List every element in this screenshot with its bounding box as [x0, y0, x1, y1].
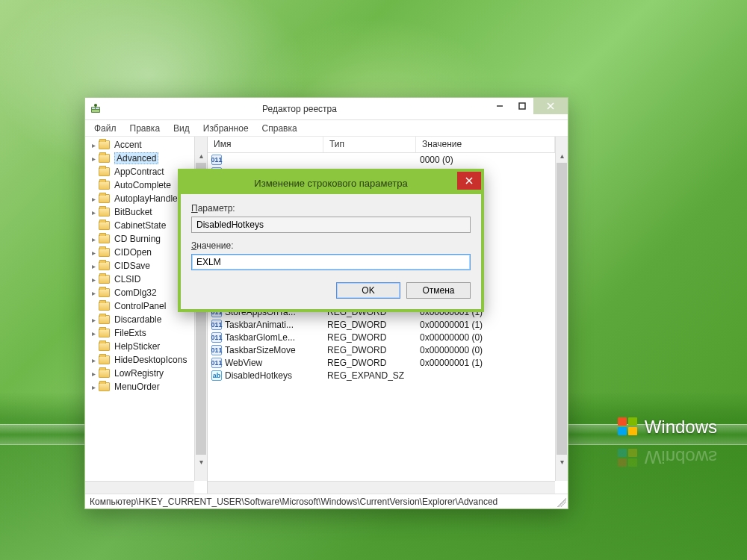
row-name: WebView — [225, 358, 262, 368]
registry-value-icon: ab — [211, 370, 222, 381]
row-type: REG_DWORD — [323, 332, 416, 343]
tree-item-label: CD Burning — [114, 234, 161, 244]
row-value: 0x00000001 (1) — [416, 320, 555, 330]
expand-caret-icon[interactable]: ▸ — [90, 249, 97, 257]
param-label: Параметр: — [191, 203, 471, 214]
tree-item-label: ComDlg32 — [114, 287, 157, 298]
tree-item-label: HelpSticker — [114, 341, 160, 352]
table-row[interactable]: 011TaskbarAnimati...REG_DWORD0x00000001 … — [208, 318, 555, 331]
folder-icon — [99, 369, 110, 378]
maximize-button[interactable] — [511, 98, 533, 114]
tree-item[interactable]: ▸LowRegistry — [85, 367, 194, 380]
folder-icon — [99, 140, 110, 149]
close-button[interactable] — [533, 98, 568, 114]
expand-caret-icon[interactable]: ▸ — [90, 316, 97, 324]
table-row[interactable]: 011WebViewREG_DWORD0x00000001 (1) — [208, 356, 555, 369]
expand-caret-icon[interactable]: ▸ — [90, 276, 97, 284]
expand-caret-icon[interactable]: ▸ — [90, 356, 97, 364]
row-value: 0x00000000 (0) — [416, 332, 555, 343]
row-value: 0000 (0) — [416, 155, 555, 165]
scroll-down-icon[interactable]: ▾ — [556, 455, 568, 468]
folder-icon — [99, 275, 110, 284]
row-name: TaskbarAnimati... — [225, 320, 294, 330]
tree-item-label: LowRegistry — [114, 368, 164, 379]
tree-item[interactable]: ▸MenuOrder — [85, 380, 194, 393]
windows-brand-reflection: Windows — [618, 447, 717, 467]
titlebar[interactable]: Редактор реестра — [85, 98, 568, 120]
tree-item[interactable]: ▸FileExts — [85, 326, 194, 340]
menu-file[interactable]: Файл — [88, 122, 123, 135]
table-row[interactable]: 011TaskbarSizeMoveREG_DWORD0x00000000 (0… — [208, 343, 555, 356]
svg-point-4 — [94, 104, 97, 107]
col-header-name[interactable]: Имя — [208, 137, 323, 152]
folder-icon — [99, 355, 110, 364]
tree-item[interactable]: ▸Accent — [85, 138, 194, 152]
scroll-down-icon[interactable]: ▾ — [195, 455, 208, 468]
row-type: REG_DWORD — [323, 358, 416, 368]
table-row[interactable]: abDisabledHotkeysREG_EXPAND_SZ — [208, 369, 555, 382]
expand-caret-icon[interactable]: ▸ — [90, 195, 97, 203]
svg-rect-6 — [519, 103, 525, 109]
ok-button[interactable]: OK — [336, 282, 400, 299]
registry-value-icon: 011 — [211, 155, 222, 165]
row-name: DisabledHotkeys — [225, 370, 292, 381]
edit-string-dialog: Изменение строкового параметра Параметр:… — [178, 169, 484, 312]
menu-edit[interactable]: Правка — [124, 122, 167, 135]
tree-item-label: HideDesktopIcons — [114, 355, 187, 365]
scroll-up-icon[interactable]: ▴ — [195, 149, 208, 162]
tree-hscrollbar[interactable] — [85, 481, 194, 494]
folder-icon — [99, 288, 110, 297]
expand-caret-icon[interactable]: ▸ — [90, 262, 97, 270]
folder-icon — [99, 342, 110, 351]
tree-item-label: Discardable — [114, 314, 161, 325]
tree-item-label: BitBucket — [114, 207, 152, 217]
tree-item-label: CIDOpen — [114, 247, 152, 258]
expand-caret-icon[interactable]: ▸ — [90, 370, 97, 378]
cancel-button[interactable]: Отмена — [406, 282, 471, 299]
minimize-button[interactable] — [489, 98, 511, 114]
table-row[interactable]: 0110000 (0) — [208, 153, 555, 166]
tree-item[interactable]: ▸Discardable — [85, 313, 194, 326]
row-value: 0x00000001 (1) — [416, 358, 555, 368]
expand-caret-icon[interactable]: ▸ — [90, 235, 97, 243]
dialog-close-button[interactable] — [457, 172, 481, 190]
tree-item-label: AppContract — [114, 167, 164, 177]
folder-icon — [99, 154, 110, 163]
table-row[interactable]: 011TaskbarGlomLe...REG_DWORD0x00000000 (… — [208, 331, 555, 343]
expand-caret-icon[interactable]: ▸ — [90, 329, 97, 337]
col-header-type[interactable]: Тип — [323, 137, 416, 152]
folder-icon — [99, 194, 110, 203]
tree-item-label: CLSID — [114, 274, 140, 284]
scroll-up-icon[interactable]: ▴ — [556, 149, 568, 162]
tree-item-label: ControlPanel — [114, 301, 166, 311]
tree-item-label: CabinetState — [114, 220, 166, 231]
folder-icon — [99, 329, 110, 337]
list-hscrollbar[interactable] — [208, 481, 555, 494]
tree-item[interactable]: ▸HideDesktopIcons — [85, 353, 194, 367]
tree-item[interactable]: ▸Advanced — [85, 152, 194, 165]
row-value: 0x00000000 (0) — [416, 345, 555, 355]
expand-caret-icon[interactable]: ▸ — [90, 155, 97, 163]
expand-caret-icon[interactable]: ▸ — [90, 141, 97, 149]
expand-caret-icon[interactable]: ▸ — [90, 289, 97, 297]
list-vscrollbar[interactable]: ▴ ▾ — [555, 137, 568, 481]
windows-brand-text: Windows — [645, 417, 717, 438]
registry-value-icon: 011 — [211, 345, 222, 355]
statusbar-path: Компьютер\HKEY_CURRENT_USER\Software\Mic… — [90, 497, 498, 507]
tree-item-label: FileExts — [114, 328, 146, 338]
value-field[interactable] — [191, 254, 471, 270]
registry-value-icon: 011 — [211, 332, 222, 343]
expand-caret-icon[interactable]: ▸ — [90, 208, 97, 217]
row-type: REG_EXPAND_SZ — [323, 370, 416, 381]
tree-item[interactable]: HelpSticker — [85, 340, 194, 353]
menu-favorites[interactable]: Избранное — [197, 122, 255, 135]
menu-help[interactable]: Справка — [256, 122, 303, 135]
menu-view[interactable]: Вид — [167, 122, 196, 135]
folder-icon — [99, 315, 110, 324]
folder-icon — [99, 234, 110, 243]
resize-grip-icon[interactable] — [557, 498, 566, 507]
col-header-value[interactable]: Значение — [416, 137, 555, 152]
folder-icon — [99, 248, 110, 257]
dialog-titlebar[interactable]: Изменение строкового параметра — [181, 172, 481, 194]
expand-caret-icon[interactable]: ▸ — [90, 383, 97, 391]
